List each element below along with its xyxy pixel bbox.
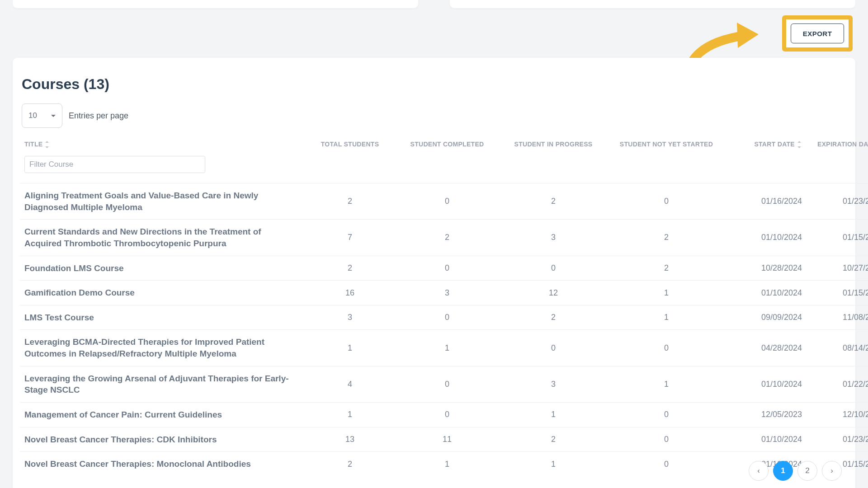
row-notstarted: 0 <box>608 403 725 427</box>
row-expiration: 01/15/2025 <box>807 281 868 305</box>
row-start: 12/05/2023 <box>725 403 807 427</box>
table-row[interactable]: Novel Breast Cancer Therapies: CDK Inhib… <box>20 427 868 452</box>
row-title: Leveraging BCMA-Directed Therapies for I… <box>20 330 305 366</box>
row-inprogress: 2 <box>499 427 608 452</box>
filter-course-input[interactable] <box>24 156 205 173</box>
row-inprogress: 3 <box>499 220 608 256</box>
row-start: 04/28/2024 <box>725 330 807 366</box>
row-inprogress: 1 <box>499 403 608 427</box>
row-notstarted: 2 <box>608 220 725 256</box>
row-notstarted: 0 <box>608 452 725 476</box>
row-notstarted: 2 <box>608 256 725 281</box>
row-expiration: 01/22/2025 <box>807 366 868 402</box>
table-header-row: TITLE TOTAL STUDENTS STUDENT COMPLETED S… <box>20 137 868 154</box>
row-total: 2 <box>305 183 395 220</box>
page-prev-button[interactable]: ‹ <box>749 461 769 481</box>
page-number-button[interactable]: 2 <box>797 461 817 481</box>
row-completed: 0 <box>395 403 499 427</box>
row-start: 01/16/2024 <box>725 183 807 220</box>
row-start: 09/09/2024 <box>725 305 807 330</box>
col-header-start[interactable]: START DATE <box>725 137 807 154</box>
row-notstarted: 0 <box>608 427 725 452</box>
row-expiration: 11/08/2024 <box>807 305 868 330</box>
row-total: 1 <box>305 403 395 427</box>
row-inprogress: 0 <box>499 256 608 281</box>
row-notstarted: 0 <box>608 183 725 220</box>
row-inprogress: 2 <box>499 183 608 220</box>
col-header-title[interactable]: TITLE <box>20 137 305 154</box>
col-header-inprogress: STUDENT IN PROGRESS <box>499 137 608 154</box>
table-row[interactable]: Management of Cancer Pain: Current Guide… <box>20 403 868 427</box>
row-total: 7 <box>305 220 395 256</box>
entries-per-page-select[interactable]: 10 <box>22 103 62 128</box>
row-completed: 0 <box>395 305 499 330</box>
table-row[interactable]: Novel Breast Cancer Therapies: Monoclona… <box>20 452 868 476</box>
row-completed: 3 <box>395 281 499 305</box>
row-expiration: 12/10/2024 <box>807 403 868 427</box>
entries-per-page-label: Entries per page <box>69 111 128 121</box>
row-inprogress: 3 <box>499 366 608 402</box>
row-total: 2 <box>305 256 395 281</box>
row-total: 13 <box>305 427 395 452</box>
row-total: 2 <box>305 452 395 476</box>
row-completed: 0 <box>395 256 499 281</box>
row-title: Gamification Demo Course <box>20 281 305 305</box>
row-completed: 11 <box>395 427 499 452</box>
table-row[interactable]: Leveraging the Growing Arsenal of Adjuva… <box>20 366 868 402</box>
table-row[interactable]: Foundation LMS Course200210/28/202410/27… <box>20 256 868 281</box>
chevron-down-icon <box>51 115 56 117</box>
row-start: 10/28/2024 <box>725 256 807 281</box>
row-expiration: 01/23/2025 <box>807 183 868 220</box>
sort-icon <box>45 142 50 147</box>
row-total: 1 <box>305 330 395 366</box>
row-expiration: 01/23/2025 <box>807 427 868 452</box>
page-number-button[interactable]: 1 <box>773 461 793 481</box>
row-notstarted: 1 <box>608 281 725 305</box>
row-inprogress: 12 <box>499 281 608 305</box>
top-partial-cards <box>0 0 868 8</box>
row-total: 3 <box>305 305 395 330</box>
row-completed: 2 <box>395 220 499 256</box>
table-row[interactable]: Leveraging BCMA-Directed Therapies for I… <box>20 330 868 366</box>
row-completed: 1 <box>395 452 499 476</box>
table-row[interactable]: Aligning Treatment Goals and Value-Based… <box>20 183 868 220</box>
filter-row <box>20 154 868 183</box>
row-total: 16 <box>305 281 395 305</box>
row-inprogress: 1 <box>499 452 608 476</box>
row-expiration: 01/15/2025 <box>807 220 868 256</box>
courses-panel: Courses (13) 10 Entries per page TITLE T… <box>13 58 855 488</box>
row-notstarted: 1 <box>608 305 725 330</box>
page-next-button[interactable]: › <box>822 461 842 481</box>
row-title: LMS Test Course <box>20 305 305 330</box>
row-title: Management of Cancer Pain: Current Guide… <box>20 403 305 427</box>
col-header-completed: STUDENT COMPLETED <box>395 137 499 154</box>
row-title: Aligning Treatment Goals and Value-Based… <box>20 183 305 220</box>
row-title: Novel Breast Cancer Therapies: CDK Inhib… <box>20 427 305 452</box>
table-row[interactable]: Gamification Demo Course16312101/10/2024… <box>20 281 868 305</box>
row-start: 01/10/2024 <box>725 366 807 402</box>
row-expiration: 08/14/2024 <box>807 330 868 366</box>
col-header-expiration[interactable]: EXPIRATION DATE <box>807 137 868 154</box>
row-total: 4 <box>305 366 395 402</box>
row-completed: 0 <box>395 183 499 220</box>
row-start: 01/10/2024 <box>725 427 807 452</box>
entries-value: 10 <box>28 111 37 120</box>
courses-table: TITLE TOTAL STUDENTS STUDENT COMPLETED S… <box>20 137 868 476</box>
col-header-notstarted: STUDENT NOT YET STARTED <box>608 137 725 154</box>
row-title: Novel Breast Cancer Therapies: Monoclona… <box>20 452 305 476</box>
sort-icon <box>797 142 802 147</box>
export-button[interactable]: EXPORT <box>791 23 844 43</box>
row-completed: 0 <box>395 366 499 402</box>
row-start: 01/10/2024 <box>725 281 807 305</box>
table-row[interactable]: LMS Test Course302109/09/202411/08/2024 <box>20 305 868 330</box>
table-row[interactable]: Current Standards and New Directions in … <box>20 220 868 256</box>
row-title: Leveraging the Growing Arsenal of Adjuva… <box>20 366 305 402</box>
row-expiration: 10/27/2025 <box>807 256 868 281</box>
row-notstarted: 1 <box>608 366 725 402</box>
col-header-total: TOTAL STUDENTS <box>305 137 395 154</box>
row-title: Foundation LMS Course <box>20 256 305 281</box>
page-title: Courses (13) <box>22 76 846 93</box>
pagination: ‹ 12 › <box>749 461 842 481</box>
export-highlight-box: EXPORT <box>782 15 853 52</box>
row-start: 01/10/2024 <box>725 220 807 256</box>
